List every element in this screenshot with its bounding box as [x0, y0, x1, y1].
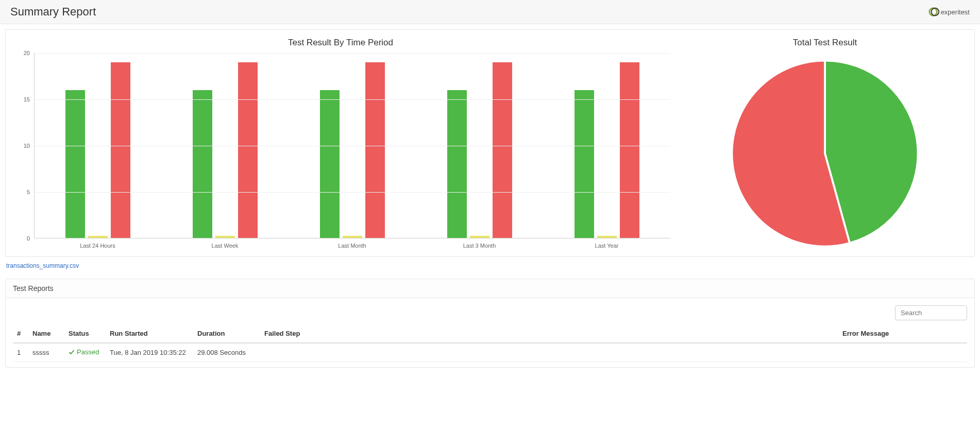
pie-chart — [727, 56, 923, 251]
bar-passed[interactable] — [193, 90, 212, 238]
bar-chart-section: Test Result By Time Period 05101520 Last… — [11, 38, 670, 251]
cell-name: sssss — [28, 343, 64, 361]
experitest-logo-icon — [928, 6, 940, 18]
y-tick: 0 — [27, 235, 30, 242]
y-tick: 15 — [24, 96, 30, 102]
bar-skipped[interactable] — [597, 236, 617, 238]
bar-skipped[interactable] — [343, 236, 362, 238]
svg-point-0 — [929, 8, 937, 16]
col-header-name[interactable]: Name — [28, 324, 64, 343]
bar-skipped[interactable] — [470, 236, 489, 238]
bar-skipped[interactable] — [88, 236, 108, 238]
pie-chart-title: Total Test Result — [681, 38, 969, 48]
col-header-status[interactable]: Status — [64, 324, 106, 343]
pie-chart-wrap — [681, 53, 969, 251]
cell-status: Passed — [64, 343, 106, 361]
check-icon — [69, 349, 75, 355]
gridline — [35, 146, 670, 146]
col-header-failed[interactable]: Failed Step — [260, 324, 838, 343]
bar-chart-plot-area — [34, 53, 670, 238]
bar-chart-title: Test Result By Time Period — [11, 38, 670, 48]
x-label: Last 24 Hours — [34, 239, 161, 249]
status-badge: Passed — [69, 348, 99, 356]
col-header-num[interactable]: # — [13, 324, 28, 343]
bar-failed[interactable] — [493, 62, 512, 238]
y-tick: 5 — [27, 189, 30, 195]
x-label: Last Year — [543, 239, 670, 249]
page-header: Summary Report experitest — [0, 0, 980, 24]
cell-run-started: Tue, 8 Jan 2019 10:35:22 — [106, 343, 193, 361]
test-reports-table: # Name Status Run Started Duration Faile… — [13, 324, 967, 362]
bar-passed[interactable] — [447, 90, 467, 238]
brand-logo-text: experitest — [941, 8, 970, 16]
page-title: Summary Report — [10, 5, 96, 19]
bar-passed[interactable] — [320, 90, 340, 238]
bar-failed[interactable] — [620, 62, 639, 238]
bar-skipped[interactable] — [215, 236, 235, 238]
bar-passed[interactable] — [575, 90, 594, 238]
pie-chart-section: Total Test Result — [681, 38, 969, 251]
cell-duration: 29.008 Seconds — [193, 343, 260, 361]
cell-error-message — [838, 343, 967, 361]
x-label: Last Week — [161, 239, 289, 249]
bar-failed[interactable] — [365, 62, 385, 238]
y-tick: 10 — [24, 143, 30, 149]
bar-chart-y-axis: 05101520 — [11, 53, 34, 238]
y-tick: 20 — [24, 50, 30, 56]
bar-chart: 05101520 Last 24 HoursLast WeekLast Mont… — [11, 53, 670, 249]
cell-num: 1 — [13, 343, 28, 361]
gridline — [35, 192, 670, 193]
test-reports-panel: Test Reports # Name Status Run Started D… — [5, 279, 975, 368]
table-header-row: # Name Status Run Started Duration Faile… — [13, 324, 967, 343]
x-label: Last Month — [289, 239, 416, 249]
csv-download-link[interactable]: transactions_summary.csv — [6, 262, 974, 269]
bar-chart-x-axis: Last 24 HoursLast WeekLast MonthLast 3 M… — [34, 239, 670, 249]
bar-failed[interactable] — [111, 62, 130, 238]
bar-failed[interactable] — [238, 62, 258, 238]
search-input[interactable] — [895, 305, 967, 320]
test-reports-title: Test Reports — [6, 279, 974, 298]
gridline — [35, 99, 670, 100]
bar-passed[interactable] — [65, 90, 85, 238]
gridline — [35, 53, 670, 54]
col-header-error[interactable]: Error Message — [838, 324, 967, 343]
col-header-duration[interactable]: Duration — [193, 324, 260, 343]
table-controls — [6, 298, 974, 324]
brand-logo: experitest — [928, 6, 970, 18]
cell-failed-step — [260, 343, 838, 361]
x-label: Last 3 Month — [416, 239, 543, 249]
table-row[interactable]: 1sssssPassedTue, 8 Jan 2019 10:35:2229.0… — [13, 343, 967, 361]
col-header-run[interactable]: Run Started — [106, 324, 193, 343]
charts-panel: Test Result By Time Period 05101520 Last… — [5, 29, 975, 257]
